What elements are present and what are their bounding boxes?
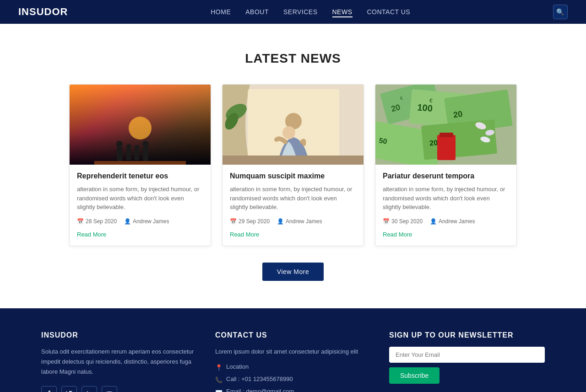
phone-icon: 📞 <box>215 376 222 383</box>
card-author-1: 👤 Andrew James <box>124 218 169 225</box>
svg-text:100: 100 <box>417 102 433 113</box>
svg-text:20: 20 <box>429 139 438 147</box>
search-button[interactable]: 🔍 <box>553 5 568 19</box>
facebook-icon[interactable] <box>41 386 57 392</box>
footer-newsletter-col: SIGN UP TO OUR NEWSLETTER Subscribe <box>389 331 545 392</box>
section-title: LATEST NEWS <box>18 51 568 66</box>
user-icon-2: 👤 <box>277 218 284 225</box>
view-more-button[interactable]: View More <box>262 263 324 281</box>
svg-rect-34 <box>437 135 456 160</box>
card-body-3: Pariatur deserunt tempora alteration in … <box>375 165 516 246</box>
user-icon-1: 👤 <box>124 218 131 225</box>
svg-point-19 <box>282 126 295 139</box>
card-body-1: Reprehenderit tenetur eos alteration in … <box>70 165 211 246</box>
card-meta-1: 📅 28 Sep 2020 👤 Andrew James <box>77 218 203 225</box>
card-text-2: alteration in some form, by injected hum… <box>230 185 356 212</box>
linkedin-icon[interactable] <box>81 386 97 392</box>
card-meta-3: 📅 30 Sep 2020 👤 Andrew James <box>383 218 509 225</box>
svg-point-7 <box>142 141 149 147</box>
card-text-1: alteration in some form, by injected hum… <box>77 185 203 212</box>
card-date-3: 📅 30 Sep 2020 <box>383 218 423 225</box>
news-card-2: Numquam suscipit maxime alteration in so… <box>222 84 364 246</box>
footer-contact-title: CONTACT US <box>215 331 371 339</box>
calendar-icon-3: 📅 <box>383 218 390 225</box>
phone-text: Call : +01 123455678990 <box>226 376 293 382</box>
footer-phone: 📞 Call : +01 123455678990 <box>215 376 371 383</box>
nav-home[interactable]: HOME <box>211 8 231 16</box>
youtube-icon[interactable] <box>102 386 117 392</box>
card-title-1: Reprehenderit tenetur eos <box>77 172 203 180</box>
svg-point-5 <box>135 145 139 150</box>
footer-contact-desc: Lorem ipsum dolor sit amet consectetur a… <box>215 347 371 357</box>
svg-point-3 <box>126 144 131 149</box>
twitter-icon[interactable] <box>61 386 77 392</box>
read-more-3[interactable]: Read More <box>383 231 412 238</box>
footer-brand-col: INSUDOR Soluta odit exercitationem rerum… <box>41 331 197 392</box>
svg-rect-2 <box>117 147 122 161</box>
svg-text:50: 50 <box>378 136 388 145</box>
navbar: INSUDOR HOME ABOUT SERVICES NEWS CONTACT… <box>0 0 586 24</box>
footer-grid: INSUDOR Soluta odit exercitationem rerum… <box>41 331 545 392</box>
read-more-2[interactable]: Read More <box>230 231 259 238</box>
card-image-family <box>70 85 211 165</box>
card-title-2: Numquam suscipit maxime <box>230 172 356 180</box>
nav-services[interactable]: SERVICES <box>283 8 318 16</box>
footer: INSUDOR Soluta odit exercitationem rerum… <box>0 308 586 392</box>
card-title-3: Pariatur deserunt tempora <box>383 172 509 180</box>
card-image-money: 20 € 100 € 20 50 20 <box>375 85 516 165</box>
social-icons <box>41 386 197 392</box>
card-author-3: 👤 Andrew James <box>430 218 475 225</box>
news-cards-row: Reprehenderit tenetur eos alteration in … <box>18 84 568 246</box>
card-meta-2: 📅 29 Sep 2020 👤 Andrew James <box>230 218 356 225</box>
news-card-1: Reprehenderit tenetur eos alteration in … <box>69 84 211 246</box>
card-author-2: 👤 Andrew James <box>277 218 322 225</box>
view-more-wrapper: View More <box>18 263 568 281</box>
read-more-1[interactable]: Read More <box>77 231 106 238</box>
location-icon: 📍 <box>215 364 222 371</box>
news-card-3: 20 € 100 € 20 50 20 <box>375 84 517 246</box>
svg-rect-35 <box>440 133 453 137</box>
card-image-mother <box>222 85 364 165</box>
location-text: Location <box>226 363 249 370</box>
footer-brand-title: INSUDOR <box>41 331 197 339</box>
nav-news[interactable]: NEWS <box>332 8 353 17</box>
svg-rect-12 <box>94 161 186 165</box>
latest-news-section: LATEST NEWS <box>0 24 586 308</box>
footer-contact-col: CONTACT US Lorem ipsum dolor sit amet co… <box>215 331 371 392</box>
svg-point-1 <box>116 141 123 147</box>
svg-rect-4 <box>126 149 131 160</box>
email-icon: ✉️ <box>215 389 222 392</box>
nav-logo: INSUDOR <box>18 6 68 18</box>
svg-point-0 <box>129 117 152 140</box>
svg-rect-6 <box>135 150 139 160</box>
nav-about[interactable]: ABOUT <box>245 8 269 16</box>
user-icon-3: 👤 <box>430 218 437 225</box>
footer-email: ✉️ Email : demo@gmail.com <box>215 388 371 392</box>
nav-links: HOME ABOUT SERVICES NEWS CONTACT US <box>211 8 410 16</box>
calendar-icon-1: 📅 <box>77 218 84 225</box>
svg-rect-20 <box>222 156 364 165</box>
footer-newsletter-title: SIGN UP TO OUR NEWSLETTER <box>389 331 545 339</box>
calendar-icon-2: 📅 <box>230 218 237 225</box>
footer-brand-desc: Soluta odit exercitationem rerum aperiam… <box>41 347 197 377</box>
svg-rect-8 <box>143 147 148 161</box>
card-date-2: 📅 29 Sep 2020 <box>230 218 270 225</box>
nav-contact[interactable]: CONTACT US <box>367 8 411 16</box>
card-body-2: Numquam suscipit maxime alteration in so… <box>222 165 364 246</box>
svg-text:20: 20 <box>453 109 463 120</box>
card-text-3: alteration in some form, by injected hum… <box>383 185 509 212</box>
subscribe-button[interactable]: Subscribe <box>389 367 440 384</box>
card-date-1: 📅 28 Sep 2020 <box>77 218 117 225</box>
email-text: Email : demo@gmail.com <box>226 388 294 392</box>
newsletter-email-input[interactable] <box>389 347 545 363</box>
footer-location: 📍 Location <box>215 363 371 371</box>
